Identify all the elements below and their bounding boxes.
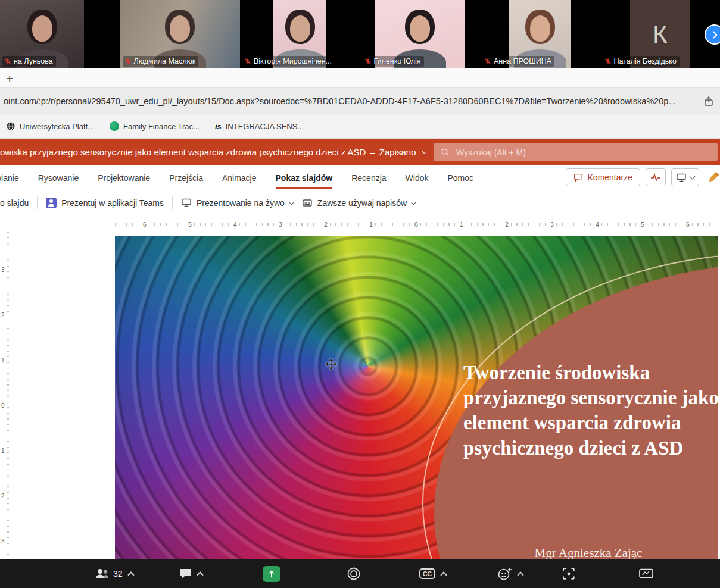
document-title-menu[interactable]: owiska przyjaznego sensorycznie jako ele…	[0, 147, 426, 157]
whiteboard-icon	[638, 568, 654, 580]
muted-mic-icon	[244, 58, 251, 65]
globe-favicon-icon	[6, 121, 15, 131]
slide-author-text[interactable]: Mgr Agnieszka Zając	[472, 546, 705, 559]
participant-name-label: Наталія Бездідько	[603, 56, 680, 67]
tab-projektowanie[interactable]: Projektowanie	[98, 165, 150, 190]
reactions-smiley-icon	[498, 567, 512, 580]
apps-icon	[562, 567, 575, 580]
next-participants-button[interactable]	[705, 24, 720, 45]
participant-name: Наталія Бездідько	[614, 57, 677, 65]
tab-przejscia[interactable]: Przejścia	[169, 165, 203, 190]
chevron-down-icon	[690, 174, 696, 180]
bookmark-label: Uniwersytecka Platf...	[20, 122, 94, 131]
participant-tile[interactable]: К Наталія Бездідько	[600, 0, 720, 68]
participant-name-label: Вікторія Мирошнічен...	[242, 56, 335, 67]
tab-wstawianie[interactable]: wianie	[0, 165, 19, 190]
apps-button[interactable]	[562, 559, 575, 588]
share-screen-button[interactable]	[263, 559, 280, 588]
ruler-number: 1	[1, 356, 5, 365]
horizontal-ruler: 6 5 4 3 2 1 0 1 2 3 4 5 6	[0, 215, 720, 232]
ruler-number: 5	[186, 220, 194, 229]
meeting-control-bar: 32 CC	[0, 559, 720, 588]
divider	[37, 196, 38, 209]
present-button[interactable]	[671, 168, 699, 186]
bookmark-item[interactable]: Uniwersytecka Platf...	[6, 121, 94, 131]
present-in-teams-button[interactable]: Prezentuj w aplikacji Teams	[46, 198, 164, 208]
ruler-number: 2	[1, 492, 5, 501]
participant-tile[interactable]: на Луньова	[0, 0, 120, 68]
ruler-number: 0	[413, 220, 420, 229]
muted-mic-icon	[364, 58, 372, 65]
from-current-slide-button[interactable]: o slajdu	[0, 198, 29, 208]
captions-icon	[302, 198, 313, 208]
tab-recenzja[interactable]: Recenzja	[351, 165, 386, 190]
editing-canvas: 3 2 1 0 1 2 3 Tworzenie środowiska przyj…	[0, 232, 720, 559]
participant-tile[interactable]: Вікторія Мирошнічен...	[240, 0, 360, 68]
move-cursor-icon	[326, 359, 336, 372]
participant-tile[interactable]: Анна ПРОШИНА	[480, 0, 600, 68]
comments-button[interactable]: Komentarze	[566, 168, 640, 186]
ruler-number: 4	[594, 220, 601, 229]
muted-mic-icon	[124, 58, 132, 65]
browser-address-bar[interactable]: oint.com/:p:/r/personal/295470_uwr_edu_p…	[0, 88, 720, 114]
search-input[interactable]	[455, 147, 710, 158]
closed-captions-button[interactable]: CC	[419, 559, 446, 588]
tab-pokaz-slajdow[interactable]: Pokaz slajdów	[276, 165, 333, 190]
url-text[interactable]: oint.com/:p:/r/personal/295470_uwr_edu_p…	[0, 96, 697, 106]
activity-button[interactable]	[646, 168, 666, 186]
participant-name-label: Людмила Маслюк	[123, 56, 199, 67]
present-live-label: Prezentowanie na żywo	[197, 198, 285, 208]
ruler-number: 1	[367, 220, 375, 229]
present-live-button[interactable]: Prezentowanie na żywo	[181, 198, 294, 208]
comment-icon	[573, 173, 583, 182]
participant-name-label: на Луньова	[2, 56, 56, 67]
muted-mic-icon	[604, 58, 612, 65]
muted-mic-icon	[4, 58, 11, 65]
divider	[172, 196, 173, 209]
chevron-right-icon	[710, 31, 718, 39]
record-icon	[347, 567, 361, 581]
browser-tab-strip: +	[0, 68, 720, 88]
teams-icon	[46, 198, 57, 208]
chevron-up-icon	[517, 571, 523, 578]
share-page-icon[interactable]	[703, 96, 714, 107]
whiteboards-button[interactable]	[638, 559, 654, 588]
participant-name: на Луньова	[14, 57, 53, 65]
tab-widok[interactable]: Widok	[406, 165, 429, 190]
search-box[interactable]	[434, 143, 718, 161]
ruler-number: 2	[1, 311, 5, 320]
pulse-icon	[650, 173, 661, 182]
always-use-subtitles-button[interactable]: Zawsze używaj napisów	[302, 198, 416, 208]
bookmark-item[interactable]: Family Finance Trac...	[110, 121, 200, 131]
tab-animacje[interactable]: Animacje	[222, 165, 257, 190]
chat-icon	[179, 568, 192, 580]
pencil-icon	[708, 171, 720, 183]
draw-pen-button[interactable]	[705, 170, 720, 185]
cc-icon: CC	[419, 568, 435, 580]
ruler-number: 0	[1, 401, 5, 410]
tab-rysowanie[interactable]: Rysowanie	[38, 165, 79, 190]
record-button[interactable]	[347, 559, 361, 588]
new-tab-button[interactable]: +	[6, 72, 13, 85]
chevron-up-icon	[441, 571, 447, 578]
comments-label: Komentarze	[588, 173, 632, 182]
ruler-number: 3	[548, 220, 556, 229]
ruler-number: 2	[322, 220, 329, 229]
chat-button[interactable]	[179, 559, 202, 588]
bookmark-item[interactable]: is INTEGRACJA SENS...	[215, 122, 304, 131]
ruler-number: 1	[1, 446, 5, 455]
slide-canvas[interactable]: Tworzenie środowiska przyjaznego sensory…	[115, 236, 718, 559]
screen: на Луньова Людмила Маслюк Вікторія Мирош…	[0, 0, 720, 588]
participant-name-label: Анна ПРОШИНА	[482, 56, 554, 67]
slide-title-text[interactable]: Tworzenie środowiska przyjaznego sensory…	[463, 360, 718, 461]
participant-tile[interactable]: Гиленко Юлія	[360, 0, 481, 68]
ruler-number: 3	[277, 220, 284, 229]
ppt-title-bar: owiska przyjaznego sensorycznie jako ele…	[0, 139, 720, 165]
participant-tile[interactable]: Людмила Маслюк	[120, 0, 241, 68]
tab-pomoc[interactable]: Pomoc	[448, 165, 474, 190]
participant-name: Вікторія Мирошнічен...	[254, 57, 332, 65]
bookmarks-bar: Uniwersytecka Platf... Family Finance Tr…	[0, 114, 720, 139]
participants-button[interactable]: 32	[94, 559, 133, 588]
reactions-button[interactable]	[498, 559, 523, 588]
ruler-number: 4	[232, 220, 239, 229]
